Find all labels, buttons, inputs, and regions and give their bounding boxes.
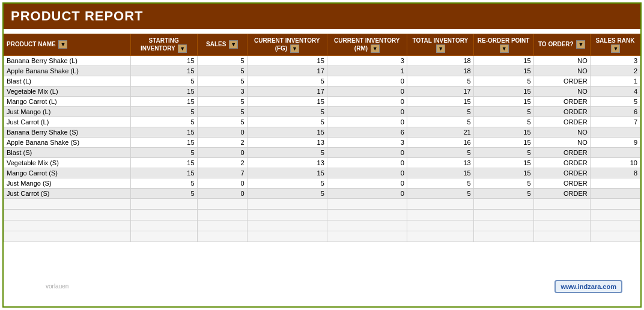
col-header-starting[interactable]: STARTING INVENTORY ▼ (130, 34, 197, 55)
table-cell: 15 (473, 65, 533, 76)
table-cell: 15 (247, 96, 327, 106)
col-header-rank[interactable]: SALES RANK ▼ (590, 34, 640, 55)
table-row: Just Carrot (S)505055ORDER (4, 188, 640, 198)
table-cell: 15 (130, 96, 197, 106)
table-cell: 17 (247, 86, 327, 96)
table-cell (590, 127, 640, 137)
table-cell: 5 (247, 117, 327, 127)
table-cell: 15 (473, 86, 533, 96)
table-cell: 0 (327, 168, 407, 178)
table-cell: ORDER (533, 157, 590, 168)
filter-fg[interactable]: ▼ (290, 44, 299, 53)
table-row: Mango Carrot (L)1551501515ORDER5 (4, 96, 640, 106)
table-cell: 13 (247, 137, 327, 147)
col-label-reorder: RE-ORDER POINT (478, 37, 530, 44)
header-row: PRODUCT NAME ▼ STARTING INVENTORY ▼ SALE… (4, 34, 640, 55)
table-cell: ORDER (533, 178, 590, 188)
empty-cell (130, 220, 197, 231)
table-cell: 5 (197, 96, 247, 106)
filter-starting[interactable]: ▼ (178, 44, 187, 53)
table-cell: 5 (197, 76, 247, 86)
filter-sales[interactable]: ▼ (229, 40, 238, 49)
table-cell: 15 (247, 55, 327, 65)
empty-cell (533, 209, 590, 220)
empty-cell (533, 198, 590, 209)
table-cell: NO (533, 137, 590, 147)
col-header-reorder[interactable]: RE-ORDER POINT ▼ (473, 34, 533, 55)
table-cell: Just Mango (L) (4, 106, 131, 117)
empty-cell (327, 209, 407, 220)
table-cell: 3 (590, 55, 640, 65)
table-cell: ORDER (533, 117, 590, 127)
empty-cell (247, 231, 327, 242)
table-cell: 15 (130, 55, 197, 65)
table-cell: 15 (407, 96, 473, 106)
table-cell: 5 (473, 106, 533, 117)
filter-reorder[interactable]: ▼ (500, 44, 509, 53)
filter-toorder[interactable]: ▼ (576, 40, 585, 49)
table-cell: 15 (473, 127, 533, 137)
table-cell: 15 (247, 168, 327, 178)
table-cell: 15 (130, 65, 197, 76)
col-label-rm: CURRENT INVENTORY (RM) (334, 37, 399, 52)
col-header-total[interactable]: TOTAL INVENTORY ▼ (407, 34, 473, 55)
table-cell: ORDER (533, 76, 590, 86)
table-cell: Just Mango (S) (4, 178, 131, 188)
empty-cell (130, 209, 197, 220)
table-cell: 0 (327, 96, 407, 106)
table-cell: Apple Banana Shake (L) (4, 65, 131, 76)
filter-rm[interactable]: ▼ (371, 44, 380, 53)
table-cell: 16 (407, 137, 473, 147)
col-label-fg: CURRENT INVENTORY (FG) (254, 37, 320, 52)
table-cell: Vegetable Mix (L) (4, 86, 131, 96)
empty-cell (533, 231, 590, 242)
table-cell: Blast (S) (4, 147, 131, 157)
empty-cell (327, 198, 407, 209)
table-cell: 18 (407, 65, 473, 76)
table-cell: 5 (407, 178, 473, 188)
table-cell: 2 (197, 137, 247, 147)
empty-cell (327, 220, 407, 231)
table-cell: 5 (247, 106, 327, 117)
table-cell: 7 (197, 168, 247, 178)
table-cell: 0 (327, 86, 407, 96)
table-row: Vegetable Mix (L)1531701715NO4 (4, 86, 640, 96)
table-cell (590, 188, 640, 198)
table-cell: 2 (197, 157, 247, 168)
table-cell: Blast (L) (4, 76, 131, 86)
table-cell: 5 (197, 106, 247, 117)
table-cell: 5 (473, 147, 533, 157)
col-header-product[interactable]: PRODUCT NAME ▼ (4, 34, 131, 55)
table-cell: 15 (473, 168, 533, 178)
table-cell: 0 (327, 188, 407, 198)
table-cell: 5 (247, 147, 327, 157)
table-cell: 15 (247, 127, 327, 137)
table-cell (590, 178, 640, 188)
table-cell: 5 (197, 55, 247, 65)
table-cell: 5 (130, 76, 197, 86)
table-cell: 15 (473, 55, 533, 65)
table-cell: 5 (130, 178, 197, 188)
table-row: Banana Berry Shake (S)1501562115NO (4, 127, 640, 137)
table-cell: 1 (590, 76, 640, 86)
filter-product[interactable]: ▼ (58, 40, 67, 49)
empty-cell (590, 198, 640, 209)
table-cell: 5 (247, 178, 327, 188)
empty-cell (4, 220, 131, 231)
col-header-toorder[interactable]: TO ORDER? ▼ (533, 34, 590, 55)
empty-cell (407, 209, 473, 220)
table-body: Banana Berry Shake (L)1551531815NO3Apple… (4, 55, 640, 242)
table-cell: Banana Berry Shake (S) (4, 127, 131, 137)
table-cell: 8 (590, 168, 640, 178)
col-header-fg[interactable]: CURRENT INVENTORY (FG) ▼ (247, 34, 327, 55)
empty-cell (473, 220, 533, 231)
col-header-sales[interactable]: SALES ▼ (197, 34, 247, 55)
table-cell: 5 (407, 76, 473, 86)
empty-cell (4, 231, 131, 242)
filter-total[interactable]: ▼ (436, 44, 445, 53)
table-cell: 0 (327, 106, 407, 117)
empty-cell (590, 231, 640, 242)
filter-rank[interactable]: ▼ (611, 44, 620, 53)
col-header-rm[interactable]: CURRENT INVENTORY (RM) ▼ (327, 34, 407, 55)
empty-cell (327, 231, 407, 242)
